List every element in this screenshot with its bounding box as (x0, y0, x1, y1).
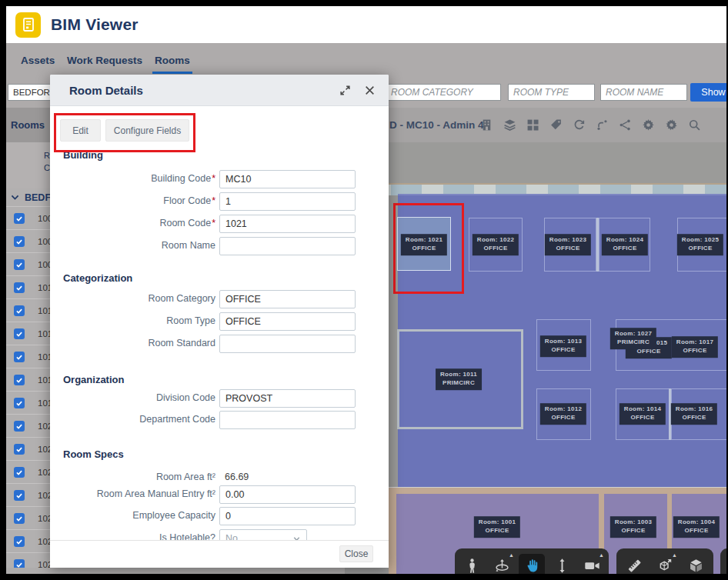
actions-annotation-box (54, 113, 195, 152)
row-checkbox-checked[interactable] (14, 490, 25, 501)
room-standard-input[interactable] (219, 335, 356, 353)
room-label-1012[interactable]: Room: 1012OFFICE (540, 403, 586, 425)
grid-icon[interactable] (526, 118, 539, 132)
row-checkbox-checked[interactable] (14, 444, 25, 455)
room-name-input[interactable] (219, 237, 356, 255)
close-button[interactable]: Close (339, 545, 373, 562)
room-category-label: Room Category (50, 293, 215, 304)
scrollbar-thumb[interactable] (345, 568, 389, 574)
room-label-1001[interactable]: Room: 1001OFFICE (474, 516, 520, 538)
show-button[interactable]: Show (690, 83, 726, 102)
camera-tool-button[interactable]: ▲ (579, 554, 605, 574)
row-checkbox-checked[interactable] (14, 236, 25, 247)
room-type-input[interactable] (219, 312, 356, 331)
room-label-1011[interactable]: Room: 1011PRIMCIRC (436, 368, 482, 390)
modal-body: EditConfigure FieldsBuildingBuilding Cod… (50, 106, 389, 541)
row-checkbox-checked[interactable] (14, 398, 25, 408)
room-label-1016[interactable]: Room: 1016OFFICE (671, 403, 717, 425)
walk-tool-button[interactable] (459, 554, 485, 574)
nav-tool-group: ▲ (616, 548, 713, 574)
share-icon[interactable] (619, 118, 632, 132)
expand-icon[interactable] (339, 85, 351, 96)
chevron-down-icon (10, 192, 20, 202)
row-checkbox-checked[interactable] (14, 375, 25, 385)
required-marker: * (212, 173, 215, 184)
row-checkbox-checked[interactable] (14, 328, 25, 339)
room-label-1022[interactable]: Room: 1022OFFICE (473, 234, 519, 255)
section-heading-room-specs: Room Specs (63, 448, 124, 460)
ruler-tool-button[interactable] (621, 554, 647, 574)
row-checkbox-checked[interactable] (14, 421, 25, 432)
room-label-1014[interactable]: Room: 1014OFFICE (619, 403, 666, 425)
bim-viewer-logo-icon (15, 12, 41, 38)
room-label-1017[interactable]: Room: 1017OFFICE (672, 336, 718, 358)
room-label-1013[interactable]: Room: 1013OFFICE (540, 335, 586, 357)
pan-tool-button[interactable] (519, 554, 545, 574)
tag-icon[interactable] (549, 118, 563, 132)
tab-work-requests[interactable]: Work Requests (65, 43, 145, 77)
room-label-1024[interactable]: Room: 1024OFFICE (602, 234, 648, 255)
section-heading-organization: Organization (63, 374, 124, 385)
section-heading-categorization: Categorization (63, 272, 132, 284)
room-area-manual-entry-ft-input[interactable] (219, 485, 356, 504)
room-details-modal: Room Details EditConfigure FieldsBuildin… (50, 75, 389, 568)
updown-tool-button[interactable] (549, 554, 575, 574)
room-standard-label: Room Standard (50, 338, 215, 348)
building-icon[interactable] (480, 118, 493, 132)
room-category-input[interactable] (219, 290, 356, 308)
row-checkbox-checked[interactable] (14, 213, 25, 224)
room-label-1025[interactable]: Room: 1025OFFICE (677, 234, 723, 255)
room-code-label: Room Code* (50, 218, 215, 228)
gear-icon[interactable] (642, 118, 655, 132)
row-checkbox-checked[interactable] (14, 352, 25, 362)
row-checkbox-checked[interactable] (14, 282, 25, 293)
employee-capacity-input[interactable] (219, 507, 356, 525)
panel-bottom-strip (6, 568, 389, 574)
route-icon[interactable] (596, 118, 609, 132)
room-name-label: Room Name (50, 240, 215, 251)
search-icon[interactable] (688, 118, 701, 132)
cube-tool-button[interactable] (683, 554, 709, 574)
division-code-input[interactable] (219, 389, 356, 408)
room-type-label: Room Type (50, 315, 215, 326)
floor-code-label: Floor Code* (50, 195, 215, 206)
explode-tool-button[interactable]: ▲ (652, 554, 678, 574)
orbit-tool-button[interactable]: ▲ (489, 554, 515, 574)
room-area-manual-entry-ft-label: Room Area Manual Entry ft² (50, 488, 215, 499)
building-code-label: Building Code* (50, 173, 215, 184)
wall-divider (596, 218, 599, 272)
room-name-input[interactable] (600, 84, 687, 101)
refresh-icon[interactable] (573, 118, 586, 132)
rooms-panel-title: Rooms (11, 119, 45, 131)
employee-capacity-label: Employee Capacity (50, 510, 215, 521)
floor-context-label: D - MC10 - Admin 4 (389, 108, 484, 142)
nav-tool-group: ▲▲ (455, 548, 609, 574)
row-checkbox-checked[interactable] (14, 536, 25, 547)
tab-rooms[interactable]: Rooms (152, 43, 192, 77)
row-checkbox-checked[interactable] (14, 467, 25, 478)
app-window: BIM Viewer AssetsWork RequestsRooms Show… (6, 6, 726, 574)
building-code-input[interactable] (219, 170, 356, 188)
tab-assets[interactable]: Assets (18, 43, 57, 77)
row-checkbox-checked[interactable] (14, 259, 25, 270)
nav-tool-group (720, 548, 726, 574)
gear-alt-icon[interactable] (665, 118, 678, 132)
close-icon[interactable] (364, 85, 376, 96)
room-label-1023[interactable]: Room: 1023OFFICE (545, 234, 591, 255)
room-category-input[interactable] (386, 84, 501, 101)
room-area-ft-label: Room Area ft² (50, 472, 215, 482)
row-checkbox-checked[interactable] (14, 305, 25, 316)
tool-options-badge: ▲ (599, 552, 604, 558)
room-type-input[interactable] (508, 84, 595, 101)
floor-code-input[interactable] (219, 192, 356, 211)
department-code-input[interactable] (219, 411, 356, 429)
layers-icon[interactable] (503, 118, 516, 132)
room-label-1027[interactable]: Room: 1027PRIMCIRC (610, 328, 656, 349)
room-area-ft-value: 66.69 (225, 472, 249, 482)
room-label-1004[interactable]: Room: 1004OFFICE (673, 516, 720, 538)
room-label-1003[interactable]: Room: 1003OFFICE (610, 516, 656, 538)
row-checkbox-checked[interactable] (14, 513, 25, 524)
room-code-input[interactable] (219, 215, 356, 233)
room-1021-annotation-box (393, 203, 464, 294)
modal-header: Room Details (50, 75, 389, 106)
